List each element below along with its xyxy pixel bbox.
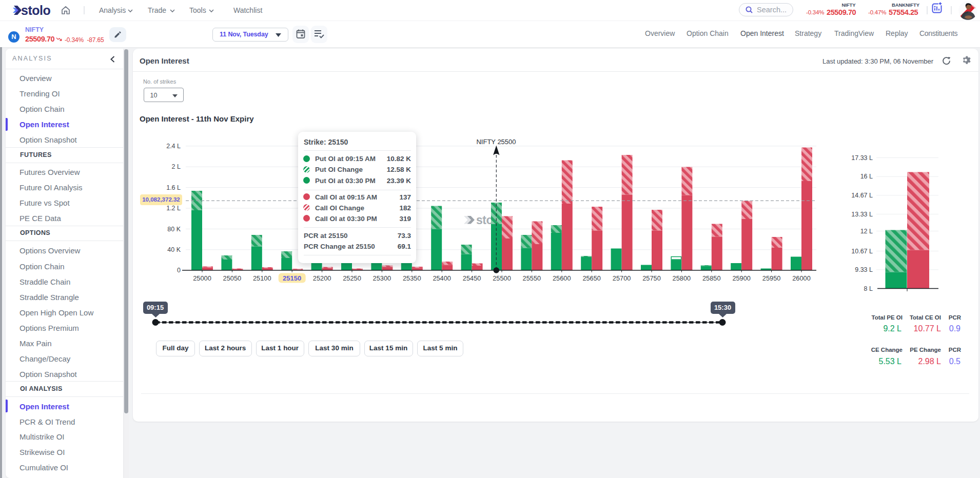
- svg-text:25350: 25350: [403, 274, 421, 282]
- svg-text:1.6 L: 1.6 L: [166, 184, 181, 191]
- svg-text:2 L: 2 L: [172, 163, 181, 170]
- svg-text:16 L: 16 L: [860, 173, 873, 180]
- svg-text:25900: 25900: [732, 274, 751, 282]
- svg-text:1.2 L: 1.2 L: [166, 205, 181, 212]
- svg-text:17.33 L: 17.33 L: [851, 154, 873, 162]
- svg-text:0: 0: [177, 267, 181, 274]
- svg-text:25950: 25950: [762, 274, 781, 282]
- svg-text:NIFTY 25500: NIFTY 25500: [476, 138, 516, 146]
- svg-text:14.67 L: 14.67 L: [851, 192, 873, 199]
- svg-text:25500: 25500: [493, 274, 511, 282]
- svg-text:2.4 L: 2.4 L: [166, 143, 181, 150]
- svg-text:25800: 25800: [673, 274, 691, 282]
- svg-text:25150: 25150: [283, 274, 301, 282]
- svg-text:9.33 L: 9.33 L: [855, 266, 873, 273]
- svg-text:12 L: 12 L: [860, 228, 873, 235]
- svg-text:25550: 25550: [523, 274, 541, 282]
- svg-text:25600: 25600: [553, 274, 571, 282]
- svg-text:25050: 25050: [223, 274, 242, 282]
- svg-text:25300: 25300: [373, 274, 391, 282]
- svg-text:25450: 25450: [463, 274, 481, 282]
- svg-text:25700: 25700: [613, 274, 631, 282]
- svg-text:25200: 25200: [313, 274, 331, 282]
- svg-text:stolo: stolo: [21, 3, 50, 17]
- svg-text:25400: 25400: [433, 274, 451, 282]
- svg-text:10.67 L: 10.67 L: [851, 248, 873, 255]
- svg-text:40 K: 40 K: [167, 246, 181, 253]
- svg-text:26000: 26000: [792, 274, 811, 282]
- svg-text:25250: 25250: [343, 274, 361, 282]
- svg-text:25000: 25000: [193, 274, 211, 282]
- svg-text:25750: 25750: [642, 274, 661, 282]
- svg-text:80 K: 80 K: [167, 226, 181, 233]
- svg-text:8 L: 8 L: [864, 285, 873, 292]
- svg-text:10,082,372.32: 10,082,372.32: [142, 196, 180, 203]
- svg-text:25850: 25850: [702, 274, 721, 282]
- svg-text:25100: 25100: [253, 274, 271, 282]
- svg-text:13.33 L: 13.33 L: [851, 211, 873, 218]
- svg-text:25650: 25650: [582, 274, 601, 282]
